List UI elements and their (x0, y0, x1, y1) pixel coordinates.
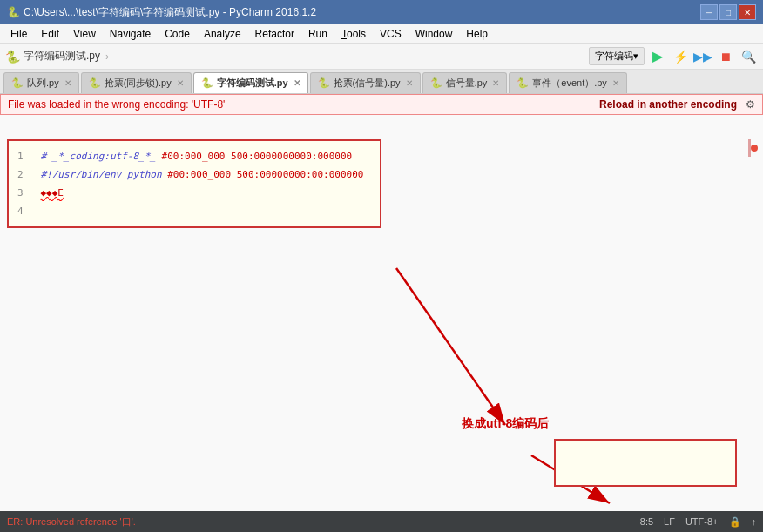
tab-icon: 🐍 (318, 77, 330, 89)
tab-semaphore-ticket[interactable]: 🐍 抢票(信号量).py ✕ (310, 72, 421, 93)
tab-event[interactable]: 🐍 事件（event）.py ✕ (509, 72, 627, 93)
line-ending[interactable]: LF (664, 516, 675, 527)
tabs-bar: 🐍 队列.py ✕ 🐍 抢票(同步锁).py ✕ 🐍 字符编码测试.py ✕ 🐍… (0, 70, 763, 94)
menu-tools[interactable]: Tools (334, 26, 373, 42)
menu-file[interactable]: File (3, 26, 34, 42)
menu-vcs[interactable]: VCS (373, 26, 409, 42)
tab-icon: 🐍 (430, 77, 442, 89)
menu-code[interactable]: Code (158, 26, 197, 42)
tab-icon: 🐍 (517, 77, 529, 89)
menu-refactor[interactable]: Refactor (248, 26, 301, 42)
tab-icon: 🐍 (201, 77, 213, 89)
toolbar: 🐍 字符编码测试.py › 字符编码▾ ▶ ⚡ ▶▶ ⏹ 🔍 (0, 44, 763, 70)
menu-run[interactable]: Run (301, 26, 334, 42)
code-line-1: 1 # _*_coding:utf-8_*_ #00:000_000 500:0… (17, 148, 371, 165)
lock-icon: 🔒 (729, 516, 741, 528)
scroll-indicator (748, 139, 751, 157)
reload-encoding-link[interactable]: Reload in another encoding (599, 98, 737, 111)
breadcrumb-separator: › (105, 51, 109, 63)
tab-close-encoding[interactable]: ✕ (294, 78, 300, 88)
menu-help[interactable]: Help (459, 26, 495, 42)
error-indicator (751, 145, 758, 152)
tab-icon: 🐍 (11, 77, 24, 89)
tab-close-sema[interactable]: ✕ (406, 78, 413, 88)
menu-navigate[interactable]: Navigate (103, 26, 158, 42)
encoding-dropdown[interactable]: 字符编码▾ (589, 47, 645, 65)
tab-sync-lock[interactable]: 🐍 抢票(同步锁).py ✕ (81, 72, 192, 93)
status-bar-right: 8:5 LF UTF-8+ 🔒 ↑ (640, 516, 756, 528)
status-bar: ER: Unresolved reference '口'. 8:5 LF UTF… (0, 511, 763, 532)
debug-button[interactable]: ⚡ (671, 47, 690, 66)
cursor-position[interactable]: 8:5 (640, 516, 653, 527)
notification-message: File was loaded in the wrong encoding: '… (8, 98, 225, 111)
notification-bar: File was loaded in the wrong encoding: '… (0, 94, 763, 115)
title-bar: 🐍 C:\Users\...\test\字符编码\字符编码测试.py - PyC… (0, 0, 763, 24)
tab-close-sync[interactable]: ✕ (177, 78, 184, 88)
title-bar-icon: 🐍 (7, 6, 20, 18)
stop-button[interactable]: ⏹ (716, 47, 735, 66)
menu-edit[interactable]: Edit (34, 26, 66, 42)
tab-label: 抢票(同步锁).py (105, 77, 172, 90)
tab-icon: 🐍 (89, 77, 101, 89)
tab-encoding-test[interactable]: 🐍 字符编码测试.py ✕ (193, 72, 308, 93)
tab-queue[interactable]: 🐍 队列.py ✕ (3, 72, 79, 93)
code-line-4: 4 (17, 203, 371, 219)
code-line-3: 3 ◆◆◆E (17, 185, 371, 201)
git-icon: ↑ (752, 516, 757, 527)
minimize-button[interactable]: ─ (700, 4, 718, 20)
menu-analyze[interactable]: Analyze (197, 26, 248, 42)
search-button[interactable]: 🔍 (739, 47, 758, 66)
python-file-icon: 🐍 (5, 50, 20, 64)
tab-close-queue[interactable]: ✕ (64, 78, 71, 88)
tab-label: 信号量.py (446, 77, 488, 90)
menu-window[interactable]: Window (409, 26, 460, 42)
menu-bar: File Edit View Navigate Code Analyze Ref… (0, 24, 763, 44)
tab-label: 事件（event）.py (532, 77, 607, 90)
tab-label: 抢票(信号量).py (334, 77, 401, 90)
editor-area: File was loaded in the wrong encoding: '… (0, 94, 763, 511)
maximize-button[interactable]: □ (719, 4, 737, 20)
tab-semaphore[interactable]: 🐍 信号量.py ✕ (422, 72, 508, 93)
toolbar-right: 字符编码▾ ▶ ⚡ ▶▶ ⏹ 🔍 (589, 47, 758, 66)
tab-label: 队列.py (27, 77, 59, 90)
breadcrumb: 字符编码测试.py (24, 49, 100, 64)
utf8-annotation-label: 换成utf-8编码后 (462, 416, 549, 432)
code-line-2: 2 #!/usr/bin/env python #00:000_000 500:… (17, 166, 371, 183)
title-bar-title: C:\Users\...\test\字符编码\字符编码测试.py - PyCha… (20, 5, 700, 20)
status-warning: ER: Unresolved reference '口'. (7, 515, 136, 529)
run-button[interactable]: ▶ (648, 47, 667, 66)
title-bar-controls: ─ □ ✕ (700, 4, 756, 20)
close-button[interactable]: ✕ (739, 4, 756, 20)
run-config-button[interactable]: ▶▶ (693, 47, 712, 66)
file-encoding[interactable]: UTF-8+ (685, 516, 719, 527)
tab-close-semaphore[interactable]: ✕ (492, 78, 499, 88)
menu-view[interactable]: View (66, 26, 103, 42)
bottom-code-box (554, 439, 737, 487)
tab-label: 字符编码测试.py (217, 77, 288, 90)
tab-close-event[interactable]: ✕ (612, 78, 619, 88)
gear-icon[interactable]: ⚙ (746, 98, 755, 111)
